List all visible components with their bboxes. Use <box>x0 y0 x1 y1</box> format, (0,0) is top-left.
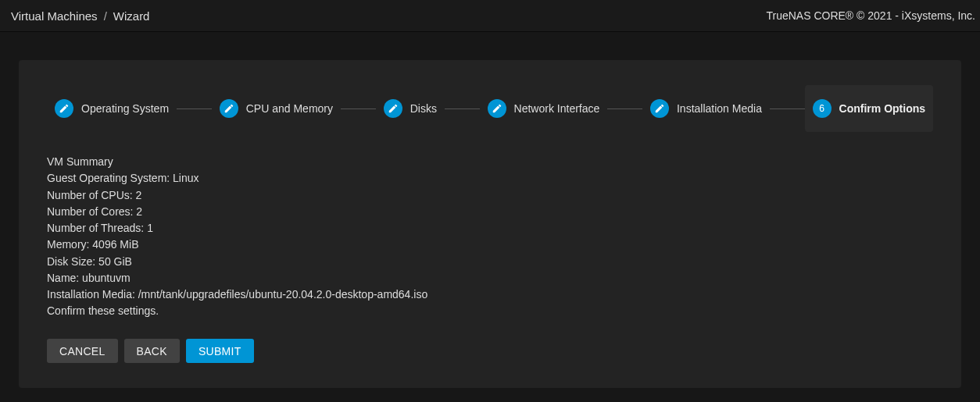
page-body: Operating System CPU and Memory Disks <box>0 32 980 402</box>
cancel-button[interactable]: CANCEL <box>47 339 118 363</box>
step-label: Installation Media <box>677 102 762 115</box>
breadcrumb: Virtual Machines / Wizard <box>11 9 149 23</box>
submit-button[interactable]: SUBMIT <box>186 339 254 363</box>
pencil-icon <box>488 99 506 118</box>
step-number: 6 <box>819 103 824 114</box>
step-label: Disks <box>410 102 437 115</box>
breadcrumb-leaf: Wizard <box>113 9 150 23</box>
summary-title: VM Summary <box>47 154 933 170</box>
summary-guest-os: Guest Operating System: Linux <box>47 170 933 187</box>
step-connector <box>177 109 212 109</box>
breadcrumb-separator: / <box>104 9 107 23</box>
step-label: Operating System <box>81 102 169 115</box>
step-operating-system[interactable]: Operating System <box>47 85 177 132</box>
step-disks[interactable]: Disks <box>376 85 445 132</box>
topbar: Virtual Machines / Wizard TrueNAS CORE® … <box>0 0 980 32</box>
vm-summary: VM Summary Guest Operating System: Linux… <box>47 154 933 320</box>
step-cpu-memory[interactable]: CPU and Memory <box>212 85 341 132</box>
step-number-badge: 6 <box>813 99 832 118</box>
pencil-icon <box>384 99 402 118</box>
step-connector <box>445 109 480 109</box>
breadcrumb-root[interactable]: Virtual Machines <box>11 9 98 23</box>
step-connector <box>770 109 805 109</box>
pencil-icon <box>650 99 669 118</box>
step-connector <box>607 109 642 109</box>
step-confirm-options[interactable]: 6 Confirm Options <box>805 85 933 132</box>
summary-confirm: Confirm these settings. <box>47 303 933 319</box>
summary-memory: Memory: 4096 MiB <box>47 237 933 253</box>
pencil-icon <box>220 99 238 118</box>
summary-cpus: Number of CPUs: 2 <box>47 187 933 204</box>
wizard-stepper: Operating System CPU and Memory Disks <box>47 85 933 132</box>
wizard-card: Operating System CPU and Memory Disks <box>19 60 961 388</box>
step-label: Confirm Options <box>839 102 925 115</box>
copyright-text: TrueNAS CORE® © 2021 - iXsystems, Inc. <box>766 9 975 22</box>
step-installation-media[interactable]: Installation Media <box>642 85 770 132</box>
step-label: CPU and Memory <box>246 102 333 115</box>
back-button[interactable]: BACK <box>124 339 180 363</box>
summary-threads: Number of Threads: 1 <box>47 220 933 237</box>
step-label: Network Interface <box>514 102 600 115</box>
summary-disk-size: Disk Size: 50 GiB <box>47 254 933 270</box>
summary-cores: Number of Cores: 2 <box>47 204 933 220</box>
summary-name: Name: ubuntuvm <box>47 270 933 286</box>
wizard-buttons: CANCEL BACK SUBMIT <box>47 339 933 363</box>
step-network-interface[interactable]: Network Interface <box>480 85 608 132</box>
pencil-icon <box>55 99 73 118</box>
step-connector <box>341 109 376 109</box>
summary-install-media: Installation Media: /mnt/tank/upgradefil… <box>47 286 933 303</box>
